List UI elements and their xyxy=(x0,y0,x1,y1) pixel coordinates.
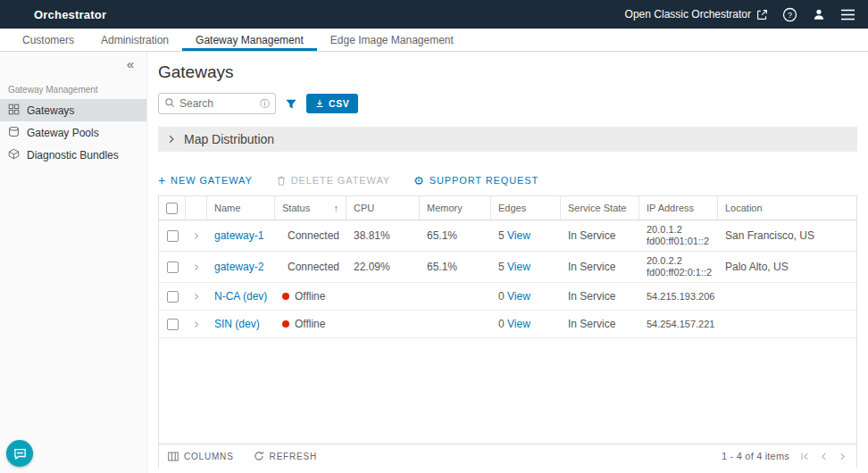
row-checkbox[interactable] xyxy=(167,230,179,242)
service-state-value: In Service xyxy=(561,290,639,303)
edges-view-link[interactable]: View xyxy=(507,318,530,330)
items-range: 1 - 4 of 4 items xyxy=(722,451,789,461)
gateways-icon xyxy=(8,104,20,118)
edges-cell: 5 View xyxy=(491,261,561,273)
edges-view-link[interactable]: View xyxy=(507,290,530,303)
sidebar-collapse-icon[interactable]: « xyxy=(127,57,134,71)
service-state-value: In Service xyxy=(561,318,639,330)
table-row[interactable]: N-CA (dev) Offline 0 View In Service 54.… xyxy=(159,283,856,311)
refresh-button[interactable]: REFRESH xyxy=(254,451,317,461)
sidebar-item-label: Gateways xyxy=(27,104,74,117)
first-page-icon[interactable] xyxy=(800,452,810,461)
service-state-value: In Service xyxy=(561,229,639,242)
app-title: Orchestrator xyxy=(34,8,106,21)
sidebar: « Gateway Management Gateways Gateway Po… xyxy=(0,52,147,473)
tab-gateway-management[interactable]: Gateway Management xyxy=(182,29,317,51)
location-value: Palo Alto, US xyxy=(718,261,856,273)
gateway-name-link[interactable]: gateway-2 xyxy=(214,261,263,273)
row-expand-icon[interactable] xyxy=(186,320,207,328)
row-checkbox[interactable] xyxy=(167,261,179,273)
search-input[interactable] xyxy=(179,97,255,110)
gear-icon: ⚙ xyxy=(413,175,425,187)
col-edges[interactable]: Edges xyxy=(491,196,561,220)
ip-address-cell: 54.254.157.221 xyxy=(639,315,718,334)
memory-value: 65.1% xyxy=(420,229,491,242)
row-expand-icon[interactable] xyxy=(186,263,207,271)
diagnostic-bundles-icon xyxy=(8,148,20,162)
columns-icon xyxy=(168,452,179,461)
edges-cell: 0 View xyxy=(491,318,561,330)
table-row[interactable]: gateway-2 Connected 22.09% 65.1% 5 View … xyxy=(159,252,856,283)
user-icon[interactable] xyxy=(812,7,826,21)
col-location[interactable]: Location xyxy=(718,196,856,220)
edges-view-link[interactable]: View xyxy=(507,261,530,273)
page-title: Gateways xyxy=(158,62,857,82)
status-text: Offline xyxy=(295,318,325,330)
table-row[interactable]: SIN (dev) Offline 0 View In Service 54.2… xyxy=(159,311,856,338)
new-gateway-button[interactable]: + NEW GATEWAY xyxy=(158,173,253,187)
table-row[interactable]: gateway-1 Connected 38.81% 65.1% 5 View … xyxy=(159,220,856,252)
sidebar-section-label: Gateway Management xyxy=(0,79,146,99)
gateway-name-link[interactable]: SIN (dev) xyxy=(214,318,260,330)
service-state-value: In Service xyxy=(561,261,639,273)
download-icon xyxy=(315,99,324,108)
sort-asc-icon: ↑ xyxy=(334,203,339,213)
feedback-chat-icon xyxy=(13,447,27,461)
col-service-state[interactable]: Service State xyxy=(561,196,639,220)
help-icon[interactable]: ? xyxy=(782,7,797,22)
columns-button[interactable]: COLUMNS xyxy=(168,452,234,461)
table-footer: COLUMNS REFRESH 1 - 4 of 4 items xyxy=(159,444,856,468)
row-expand-icon[interactable] xyxy=(186,293,207,301)
table-header-row: Name Status ↑ CPU Memory Edges Service S… xyxy=(159,196,856,220)
feedback-button[interactable] xyxy=(6,440,33,467)
cpu-value: 38.81% xyxy=(346,229,420,242)
delete-gateway-button[interactable]: DELETE GATEWAY xyxy=(276,175,390,187)
map-distribution-label: Map Distribution xyxy=(184,132,274,146)
gateways-table: Name Status ↑ CPU Memory Edges Service S… xyxy=(158,195,857,468)
support-request-button[interactable]: ⚙ SUPPORT REQUEST xyxy=(413,175,538,187)
col-name[interactable]: Name xyxy=(207,196,275,220)
sidebar-item-gateway-pools[interactable]: Gateway Pools xyxy=(0,121,146,144)
cpu-value: 22.09% xyxy=(346,261,420,273)
trash-icon xyxy=(276,175,287,187)
prev-page-icon[interactable] xyxy=(819,452,829,461)
refresh-icon xyxy=(254,451,264,461)
sidebar-item-label: Diagnostic Bundles xyxy=(27,149,119,162)
select-all-checkbox[interactable] xyxy=(166,203,178,214)
search-box: ⓘ xyxy=(158,93,276,114)
chevron-right-icon xyxy=(167,135,176,144)
svg-text:?: ? xyxy=(788,10,792,19)
col-memory[interactable]: Memory xyxy=(420,196,491,220)
menu-icon[interactable] xyxy=(840,9,855,21)
edges-view-link[interactable]: View xyxy=(507,229,530,242)
gateway-name-link[interactable]: gateway-1 xyxy=(214,229,263,242)
map-distribution-panel[interactable]: Map Distribution xyxy=(158,127,857,152)
filter-icon[interactable] xyxy=(285,98,297,110)
sidebar-item-diagnostic-bundles[interactable]: Diagnostic Bundles xyxy=(0,144,146,166)
sidebar-item-label: Gateway Pools xyxy=(27,127,99,139)
next-page-icon[interactable] xyxy=(838,452,847,461)
col-status[interactable]: Status ↑ xyxy=(275,196,346,220)
location-value: San Francisco, US xyxy=(718,229,856,242)
col-cpu[interactable]: CPU xyxy=(346,196,420,220)
search-info-icon[interactable]: ⓘ xyxy=(260,97,270,111)
ip-address-cell: 54.215.193.206 xyxy=(639,287,718,306)
status-text: Connected xyxy=(288,261,339,273)
gateway-pools-icon xyxy=(8,126,20,140)
sidebar-item-gateways[interactable]: Gateways xyxy=(0,99,146,121)
open-classic-orchestrator-link[interactable]: Open Classic Orchestrator xyxy=(625,8,768,21)
csv-export-button[interactable]: CSV xyxy=(306,94,358,113)
status-dot xyxy=(282,293,289,300)
tab-edge-image-management[interactable]: Edge Image Management xyxy=(317,29,467,51)
col-ip-address[interactable]: IP Address xyxy=(639,196,718,220)
edges-cell: 0 View xyxy=(491,290,561,303)
tab-customers[interactable]: Customers xyxy=(9,29,88,51)
gateway-name-link[interactable]: N-CA (dev) xyxy=(214,290,267,303)
row-checkbox[interactable] xyxy=(167,291,179,303)
status-dot xyxy=(282,320,289,328)
primary-tabbar: Customers Administration Gateway Managem… xyxy=(0,29,868,52)
row-expand-icon[interactable] xyxy=(186,232,207,240)
tab-administration[interactable]: Administration xyxy=(88,29,182,51)
ip-address-cell: 20.0.2.2fd00:ff02:0:1::2 xyxy=(639,252,718,282)
row-checkbox[interactable] xyxy=(167,319,179,330)
